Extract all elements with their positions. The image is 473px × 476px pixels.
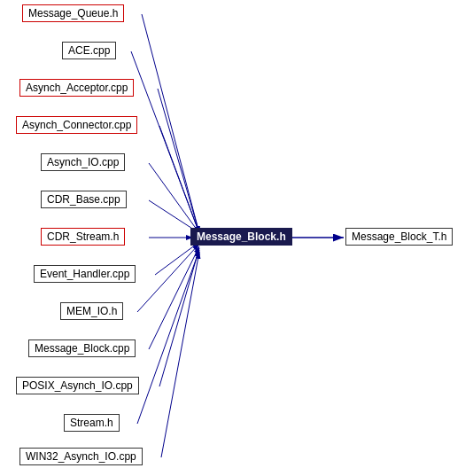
node-message-block-cpp[interactable]: Message_Block.cpp: [28, 339, 136, 357]
svg-line-2: [142, 14, 199, 233]
node-ace-cpp[interactable]: ACE.cpp: [62, 42, 116, 59]
node-asynch-io-cpp[interactable]: Asynch_IO.cpp: [41, 153, 125, 171]
node-message-queue-h[interactable]: Message_Queue.h: [22, 4, 124, 22]
svg-line-11: [149, 246, 199, 349]
svg-line-14: [161, 252, 199, 457]
svg-line-10: [137, 244, 199, 312]
node-stream-h[interactable]: Stream.h: [64, 414, 120, 432]
node-message-block-h[interactable]: Message_Block.h: [190, 228, 292, 246]
node-asynch-connector-cpp[interactable]: Asynch_Connector.cpp: [16, 116, 137, 134]
svg-line-6: [149, 163, 199, 233]
node-win32-asynch-io-cpp[interactable]: WIN32_Asynch_IO.cpp: [19, 448, 143, 465]
svg-line-12: [159, 248, 199, 386]
svg-line-3: [131, 51, 199, 233]
svg-line-9: [155, 242, 199, 275]
svg-line-5: [159, 126, 199, 233]
svg-line-4: [158, 89, 199, 233]
node-mem-io-h[interactable]: MEM_IO.h: [60, 302, 123, 320]
node-asynch-acceptor-cpp[interactable]: Asynch_Acceptor.cpp: [19, 79, 134, 97]
svg-line-13: [137, 250, 199, 424]
node-event-handler-cpp[interactable]: Event_Handler.cpp: [34, 265, 136, 283]
node-cdr-stream-h[interactable]: CDR_Stream.h: [41, 228, 125, 246]
node-cdr-base-cpp[interactable]: CDR_Base.cpp: [41, 191, 127, 208]
node-posix-asynch-io-cpp[interactable]: POSIX_Asynch_IO.cpp: [16, 377, 139, 394]
node-message-block-t-h[interactable]: Message_Block_T.h: [345, 228, 453, 246]
